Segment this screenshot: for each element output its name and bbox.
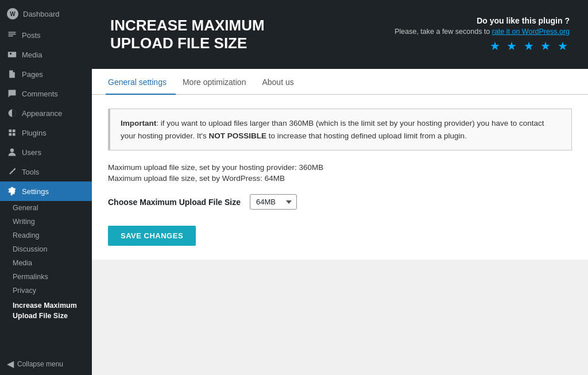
choose-label: Choose Maximum Upload File Size	[108, 198, 241, 207]
sidebar: W Dashboard Posts Media Pages Comments A…	[0, 0, 92, 375]
collapse-label: Collapse menu	[17, 360, 63, 368]
collapse-menu-button[interactable]: ◀ Collapse menu	[0, 353, 92, 375]
posts-label: Posts	[22, 31, 41, 40]
content-body: Important: if you want to upload files l…	[92, 95, 588, 260]
tab-about-us[interactable]: About us	[260, 69, 303, 95]
plugin-title-line2: UPLOAD FILE SIZE	[110, 34, 265, 52]
main-content: INCREASE MAXIMUM UPLOAD FILE SIZE Do you…	[92, 0, 588, 375]
users-icon	[7, 147, 17, 157]
tools-icon	[7, 167, 17, 177]
svg-point-7	[10, 149, 14, 152]
sidebar-item-appearance[interactable]: Appearance	[0, 103, 92, 123]
sidebar-item-comments[interactable]: Comments	[0, 84, 92, 103]
dashboard-label: Dashboard	[23, 10, 60, 18]
tab-general-settings[interactable]: General settings	[106, 69, 176, 95]
plugin-stars: ★ ★ ★ ★ ★	[394, 39, 570, 53]
content-area: General settings More optimization About…	[92, 69, 588, 260]
submenu-discussion[interactable]: Discussion	[0, 242, 92, 256]
svg-rect-3	[9, 129, 11, 132]
plugin-header-banner: INCREASE MAXIMUM UPLOAD FILE SIZE Do you…	[92, 0, 588, 69]
submenu-privacy[interactable]: Privacy	[0, 284, 92, 297]
svg-point-1	[10, 53, 11, 55]
plugin-header-right: Do you like this plugin ? Please, take a…	[394, 16, 570, 53]
svg-rect-5	[9, 133, 11, 136]
sidebar-item-plugins[interactable]: Plugins	[0, 123, 92, 142]
tabs-bar: General settings More optimization About…	[92, 69, 588, 95]
users-label: Users	[22, 148, 41, 157]
plugins-label: Plugins	[22, 129, 47, 137]
comments-label: Comments	[22, 90, 58, 98]
sidebar-item-users[interactable]: Users	[0, 142, 92, 162]
tab-more-optimization[interactable]: More optimization	[180, 69, 256, 95]
collapse-icon: ◀	[7, 358, 14, 369]
media-label: Media	[22, 51, 42, 59]
info-box: Important: if you want to upload files l…	[108, 109, 572, 150]
submenu-increase-wrapper: Increase Maximum Upload File Size ➤	[0, 297, 92, 324]
submenu-general[interactable]: General	[0, 201, 92, 215]
svg-rect-6	[13, 133, 16, 136]
sidebar-item-tools[interactable]: Tools	[0, 162, 92, 181]
wp-logo-icon: W	[7, 8, 18, 20]
plugin-please: Please, take a few seconds to rate it on…	[394, 28, 570, 36]
please-text: Please, take a few seconds to	[394, 28, 492, 36]
submenu-writing[interactable]: Writing	[0, 215, 92, 229]
appearance-label: Appearance	[22, 109, 62, 118]
submenu-reading[interactable]: Reading	[0, 229, 92, 242]
plugins-icon	[7, 127, 17, 138]
save-changes-button[interactable]: SAVE CHANGES	[108, 226, 196, 246]
info-line-wordpress: Maximum upload file size, set by WordPre…	[108, 174, 572, 183]
submenu-permalinks[interactable]: Permalinks	[0, 270, 92, 284]
submenu-media[interactable]: Media	[0, 256, 92, 270]
sidebar-item-posts[interactable]: Posts	[0, 25, 92, 45]
size-select[interactable]: 64MB 128MB 256MB 360MB	[250, 194, 297, 210]
sidebar-item-media[interactable]: Media	[0, 45, 92, 64]
sidebar-item-pages[interactable]: Pages	[0, 64, 92, 84]
pages-label: Pages	[22, 70, 43, 79]
sidebar-logo[interactable]: W Dashboard	[0, 0, 92, 25]
sidebar-item-settings[interactable]: Settings	[0, 181, 92, 201]
settings-label: Settings	[22, 187, 49, 196]
appearance-icon	[7, 108, 17, 118]
rate-link[interactable]: rate it on WordPress.org	[492, 28, 570, 36]
settings-icon	[7, 186, 17, 196]
info-line-hosting: Maximum upload file size, set by your ho…	[108, 163, 572, 172]
info-important: Important	[121, 119, 156, 127]
info-suffix: to increase that hosting defined upload …	[266, 132, 467, 140]
tools-label: Tools	[22, 168, 39, 176]
svg-rect-4	[13, 129, 16, 132]
choose-row: Choose Maximum Upload File Size 64MB 128…	[108, 194, 572, 210]
plugin-title-line1: INCREASE MAXIMUM	[110, 17, 265, 34]
media-icon	[7, 49, 17, 60]
pages-icon	[7, 69, 17, 79]
svg-rect-0	[8, 52, 16, 57]
comments-icon	[7, 88, 17, 99]
info-not-possible: NOT POSSIBLE	[208, 132, 266, 140]
submenu-increase[interactable]: Increase Maximum Upload File Size	[0, 297, 92, 324]
posts-icon	[7, 30, 17, 40]
plugin-question: Do you like this plugin ?	[394, 16, 570, 25]
plugin-title: INCREASE MAXIMUM UPLOAD FILE SIZE	[110, 17, 265, 52]
